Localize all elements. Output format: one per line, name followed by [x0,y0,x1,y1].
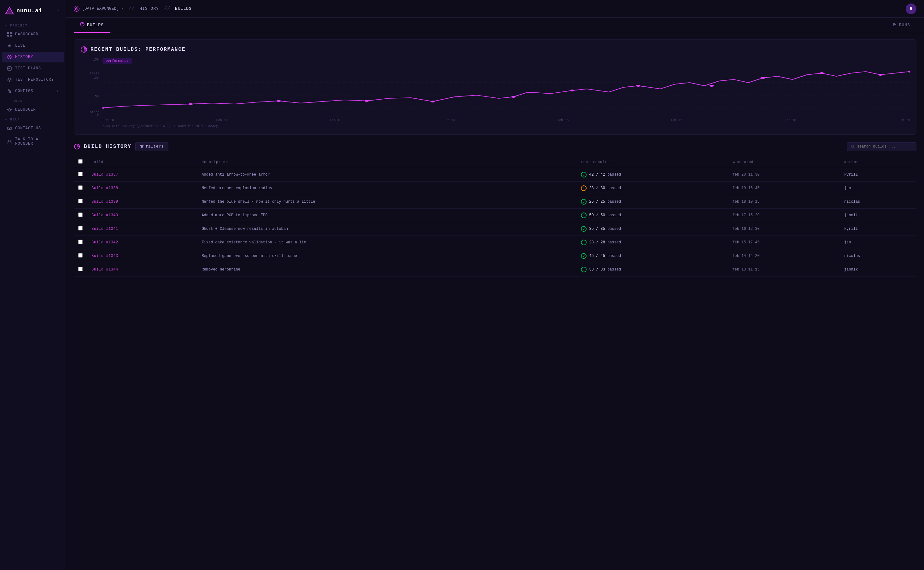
results-text-1: 28 / 30 passed [589,186,621,190]
build-link-6[interactable]: Build #1343 [92,254,118,258]
svg-point-33 [188,103,193,105]
build-link-2[interactable]: Build #1339 [92,199,118,204]
build-link-3[interactable]: Build #1340 [92,213,118,218]
svg-point-32 [103,107,105,109]
build-description-4: Ghost + Cleanse now results in autoban [197,222,576,236]
chart-tag: performance [103,58,132,64]
test-results-7: ✓ 33 / 33 passed [581,267,723,273]
build-description-5: Fixed cake existence validation - it was… [197,236,576,250]
sidebar-item-debugger[interactable]: DEBUGGER [2,104,64,115]
results-text-4: 35 / 35 passed [589,227,621,231]
svg-point-15 [8,90,9,91]
build-link-5[interactable]: Build #1342 [92,240,118,245]
build-history-title: BUILD HISTORY [84,144,132,149]
sidebar-item-contact[interactable]: CONTACT US [2,123,64,134]
build-link-4[interactable]: Build #1341 [92,227,118,231]
sidebar-item-label: LIVE [15,43,26,48]
build-link-7[interactable]: Build #1344 [92,267,118,272]
build-created-7: feb 13 11:15 [728,263,840,276]
build-description-7: Removed herobrine [197,263,576,276]
table-row: Build #1337 Added anti arrow-to-knee arm… [74,168,916,182]
y-label-100: 100 [84,76,99,80]
sidebar-item-configs[interactable]: CONFIGS › [2,86,64,97]
build-created-0: feb 20 11:30 [728,168,840,182]
build-created-5: feb 15 17:45 [728,236,840,250]
build-created-6: feb 14 14:20 [728,250,840,263]
avatar[interactable]: R [906,3,916,14]
sliders-icon [7,89,12,93]
status-icon-6: ✓ [581,253,587,259]
status-icon-5: ✓ [581,240,587,245]
chevron-right-icon: › [57,90,59,93]
sidebar-item-history[interactable]: HISTORY [2,52,64,63]
search-box[interactable] [847,142,916,151]
mail-icon [7,126,12,131]
x-label-feb11: Feb 11 [216,118,228,122]
build-created-2: feb 18 10:15 [728,195,840,209]
svg-point-16 [9,92,11,93]
build-author-1: jan [840,182,916,195]
tab-runs[interactable]: RUNS [886,18,916,32]
svg-marker-26 [893,23,896,26]
svg-point-39 [636,85,641,87]
row-checkbox-2[interactable] [78,199,83,203]
build-created-3: feb 17 15:20 [728,209,840,222]
table-row: Build #1344 Removed herobrine ✓ 33 / 33 … [74,263,916,276]
svg-rect-4 [7,35,9,37]
filters-button[interactable]: filters [135,142,169,151]
results-text-2: 25 / 25 passed [589,199,621,204]
tab-builds[interactable]: BUILDS [74,18,110,33]
y-label-150: 150 [84,58,99,61]
row-checkbox-6[interactable] [78,253,83,257]
table-row: Build #1343 Replaced game over screen wi… [74,250,916,263]
project-name: [DATA EXPUNGED] [82,6,119,11]
main-area: [DATA EXPUNGED] ▾ // HISTORY // BUILDS R… [66,0,924,570]
sidebar-item-live[interactable]: LIVE [2,40,64,51]
chart-icon [80,46,87,53]
row-checkbox-0[interactable] [78,172,83,176]
sidebar-collapse-button[interactable]: ← [58,8,61,13]
row-checkbox-1[interactable] [78,185,83,190]
results-text-6: 45 / 45 passed [589,254,621,258]
chart-header: RECENT BUILDS: PERFORMANCE [80,46,910,53]
sidebar-item-label: TEST PLANS [15,66,41,70]
breadcrumb-history[interactable]: HISTORY [139,6,159,11]
sidebar-item-test-repository[interactable]: TEST REPOSITORY [2,74,64,85]
svg-line-10 [9,57,11,58]
select-all-checkbox[interactable] [78,159,83,164]
sidebar: nunu.ai ← — PROJECT DASHBOARD LIVE HISTO… [0,0,66,570]
build-link-1[interactable]: Build #1338 [92,186,118,190]
sidebar-item-test-plans[interactable]: TEST PLANS [2,63,64,74]
row-checkbox-3[interactable] [78,213,83,217]
sidebar-item-label: DEBUGGER [15,107,36,112]
sidebar-item-founder[interactable]: TALK TO A FOUNDER [2,134,64,149]
project-selector[interactable]: [DATA EXPUNGED] ▾ [74,6,123,12]
chart-panel: RECENT BUILDS: PERFORMANCE 150 100 50 0 … [74,40,916,135]
build-link-0[interactable]: Build #1337 [92,172,118,177]
svg-point-35 [365,100,369,102]
row-checkbox-5[interactable] [78,240,83,244]
status-icon-0: ✓ [581,172,587,178]
svg-point-44 [908,70,910,72]
search-icon [851,145,855,149]
results-text-5: 28 / 28 passed [589,240,621,245]
build-history-section: BUILD HISTORY filters build description [74,142,916,276]
breadcrumb-builds[interactable]: BUILDS [175,6,192,11]
logo: nunu.ai ← [0,3,66,21]
x-label-feb19: Feb 19 [898,118,910,122]
row-checkbox-7[interactable] [78,267,83,271]
chart-note: runs with the tag "performance" will be … [103,124,910,128]
svg-point-41 [761,77,765,79]
row-checkbox-4[interactable] [78,226,83,230]
bug-icon [7,107,12,112]
filters-label: filters [146,144,164,149]
build-created-1: feb 19 16:45 [728,182,840,195]
tab-runs-label: RUNS [899,23,910,28]
search-input[interactable] [857,144,912,149]
radio-icon [7,43,12,48]
sort-icon [732,161,736,164]
status-icon-4: ✓ [581,226,587,232]
sidebar-item-dashboard[interactable]: DASHBOARD [2,29,64,40]
build-author-2: nicolas [840,195,916,209]
topnav: [DATA EXPUNGED] ▾ // HISTORY // BUILDS R [66,0,924,18]
